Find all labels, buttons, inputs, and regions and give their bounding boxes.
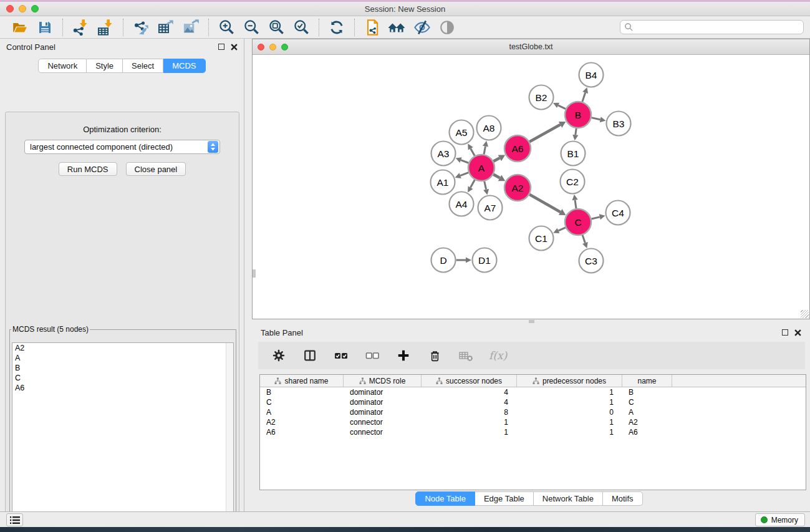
mcds-result-item[interactable]: A6 bbox=[12, 383, 233, 393]
refresh-button[interactable] bbox=[324, 18, 349, 37]
table-row[interactable]: A6connector11A6 bbox=[260, 427, 806, 437]
canvas-hscroll-thumb[interactable] bbox=[529, 320, 534, 323]
delete-column-button[interactable] bbox=[427, 346, 443, 365]
table-cell[interactable]: 4 bbox=[422, 387, 517, 397]
graph-edge-C-C3[interactable] bbox=[582, 235, 585, 243]
graph-edge-A-A2[interactable] bbox=[493, 175, 499, 178]
table-tab-edge-table[interactable]: Edge Table bbox=[475, 491, 534, 506]
table-cell[interactable]: 1 bbox=[422, 417, 517, 427]
canvas-vscroll-thumb[interactable] bbox=[253, 269, 256, 278]
table-cell[interactable]: C bbox=[260, 397, 344, 407]
graph-edge-A-A8[interactable] bbox=[484, 146, 485, 154]
run-mcds-button[interactable]: Run MCDS bbox=[59, 162, 117, 176]
close-panel-icon[interactable] bbox=[794, 329, 801, 336]
export-network-button[interactable] bbox=[128, 18, 153, 37]
table-cell[interactable]: dominator bbox=[344, 387, 422, 397]
network-window-titlebar[interactable]: testGlobe.txt bbox=[253, 39, 809, 55]
control-tab-mcds[interactable]: MCDS bbox=[163, 59, 205, 73]
window-resize-grip[interactable] bbox=[801, 310, 809, 318]
table-cell[interactable]: connector bbox=[344, 417, 422, 427]
graph-edge-C-C2[interactable] bbox=[575, 200, 576, 208]
control-tab-network[interactable]: Network bbox=[38, 59, 87, 73]
table-row[interactable]: A2connector11A2 bbox=[260, 417, 806, 427]
column-view-button[interactable] bbox=[302, 346, 318, 365]
graph-edge-A6-B[interactable] bbox=[529, 125, 560, 142]
control-tab-style[interactable]: Style bbox=[87, 59, 123, 73]
node-table[interactable]: shared nameMCDS rolesuccessor nodesprede… bbox=[259, 374, 806, 490]
select-all-button[interactable] bbox=[333, 346, 349, 365]
float-panel-icon[interactable] bbox=[782, 329, 788, 336]
criterion-dropdown[interactable]: largest connected component (directed) bbox=[24, 140, 220, 154]
mcds-result-item[interactable]: A bbox=[12, 353, 233, 363]
close-panel-icon[interactable] bbox=[231, 44, 238, 51]
graph-edge-B-B1[interactable] bbox=[576, 128, 576, 135]
import-network-button[interactable] bbox=[68, 18, 93, 37]
column-header-shared-name[interactable]: shared name bbox=[260, 375, 344, 387]
table-cell[interactable]: 1 bbox=[517, 387, 622, 397]
table-cell[interactable]: 8 bbox=[422, 407, 517, 417]
float-panel-icon[interactable] bbox=[218, 44, 224, 50]
memory-button[interactable]: Memory bbox=[755, 513, 805, 526]
new-network-from-selection-button[interactable] bbox=[360, 18, 385, 37]
column-header-name[interactable]: name bbox=[622, 375, 672, 387]
graph-edge-A-A4[interactable] bbox=[470, 180, 475, 187]
table-cell[interactable]: A bbox=[260, 407, 344, 417]
table-row[interactable]: Bdominator41B bbox=[260, 387, 806, 397]
function-builder-button[interactable]: f(x) bbox=[489, 346, 507, 365]
table-cell[interactable]: 1 bbox=[517, 417, 622, 427]
add-column-button[interactable] bbox=[395, 346, 412, 365]
graph-edge-A-A1[interactable] bbox=[460, 173, 468, 176]
open-session-button[interactable] bbox=[7, 18, 32, 37]
export-table-button[interactable] bbox=[153, 18, 178, 37]
table-cell[interactable]: 0 bbox=[517, 407, 622, 417]
graph-edge-C-C4[interactable] bbox=[591, 217, 599, 219]
table-cell[interactable]: C bbox=[622, 397, 672, 407]
graph-edge-A-A7[interactable] bbox=[485, 181, 486, 189]
search-input[interactable] bbox=[634, 23, 803, 32]
graph-edge-B-B2[interactable] bbox=[558, 105, 566, 109]
graph-edge-B-B4[interactable] bbox=[582, 93, 586, 102]
mcds-result-item[interactable]: C bbox=[12, 373, 233, 383]
zoom-in-button[interactable] bbox=[214, 18, 239, 37]
zoom-out-button[interactable] bbox=[239, 18, 264, 37]
import-table-button[interactable] bbox=[93, 18, 118, 37]
graph-edge-C-C1[interactable] bbox=[558, 228, 565, 231]
table-tab-network-table[interactable]: Network Table bbox=[534, 491, 603, 506]
column-header-MCDS-role[interactable]: MCDS role bbox=[344, 375, 422, 387]
table-row[interactable]: Adominator80A bbox=[260, 407, 806, 417]
network-canvas[interactable]: B4B2BB3A8A5A6A3B1AA1C2A2A4A7C4CC1C3DD1 bbox=[253, 55, 809, 319]
zoom-selected-button[interactable] bbox=[289, 18, 314, 37]
mcds-result-list[interactable]: A2ABCA6 bbox=[12, 342, 234, 532]
table-cell[interactable]: A bbox=[622, 407, 672, 417]
delete-table-button[interactable] bbox=[458, 346, 474, 365]
zoom-fit-button[interactable] bbox=[264, 18, 289, 37]
table-tab-motifs[interactable]: Motifs bbox=[603, 491, 643, 506]
export-image-button[interactable] bbox=[178, 18, 203, 37]
close-panel-button[interactable]: Close panel bbox=[126, 162, 186, 176]
table-tab-node-table[interactable]: Node Table bbox=[415, 491, 475, 506]
table-row[interactable]: Cdominator41C bbox=[260, 397, 806, 407]
column-header-predecessor-nodes[interactable]: predecessor nodes bbox=[517, 375, 622, 387]
graph-edge-B-B3[interactable] bbox=[592, 118, 600, 120]
table-cell[interactable]: A2 bbox=[622, 417, 672, 427]
table-cell[interactable]: connector bbox=[344, 427, 422, 437]
table-cell[interactable]: A6 bbox=[260, 427, 344, 437]
table-cell[interactable]: B bbox=[260, 387, 344, 397]
table-cell[interactable]: 1 bbox=[422, 427, 517, 437]
table-cell[interactable]: A2 bbox=[260, 417, 344, 427]
table-cell[interactable]: 1 bbox=[517, 427, 622, 437]
network-graph[interactable]: B4B2BB3A8A5A6A3B1AA1C2A2A4A7C4CC1C3DD1 bbox=[253, 55, 809, 319]
table-cell[interactable]: 1 bbox=[517, 397, 622, 407]
save-session-button[interactable] bbox=[32, 18, 57, 37]
show-task-history-button[interactable] bbox=[6, 513, 23, 526]
column-header-successor-nodes[interactable]: successor nodes bbox=[422, 375, 517, 387]
deselect-all-button[interactable] bbox=[364, 346, 380, 365]
table-cell[interactable]: B bbox=[622, 387, 672, 397]
control-tab-select[interactable]: Select bbox=[123, 59, 163, 73]
mcds-list-scrollbar[interactable] bbox=[226, 343, 233, 532]
show-birds-eye-button[interactable] bbox=[435, 18, 460, 37]
home-button[interactable] bbox=[385, 18, 410, 37]
graph-edge-A2-C[interactable] bbox=[529, 195, 561, 212]
mcds-result-item[interactable]: A2 bbox=[12, 343, 233, 353]
graph-edge-A-A6[interactable] bbox=[493, 158, 499, 161]
